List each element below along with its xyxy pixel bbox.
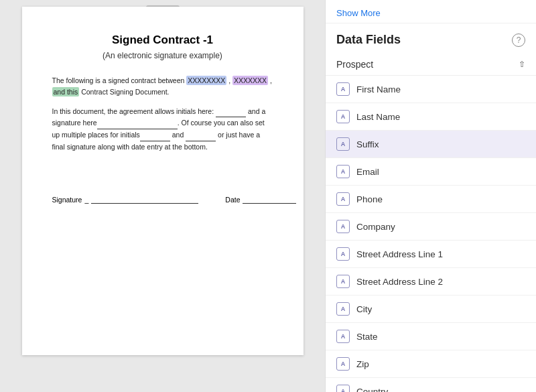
- field-type-icon: A: [336, 110, 350, 123]
- show-more-link[interactable]: Show More: [336, 8, 381, 18]
- signature-label: Signature: [52, 196, 82, 204]
- signature-underline[interactable]: [91, 193, 198, 204]
- initials-field-3[interactable]: [186, 129, 216, 141]
- para1-before: The following is a signed contract betwe…: [52, 76, 187, 84]
- field-item-country[interactable]: ACountry: [326, 378, 536, 392]
- field-label-suffix: Suffix: [356, 139, 379, 149]
- field-label-state: State: [356, 332, 378, 342]
- highlight-1: XXXXXXXX: [186, 76, 226, 85]
- field-label-street-address-1: Street Address Line 1: [356, 249, 443, 259]
- field-item-first-name[interactable]: AFirst Name: [326, 76, 536, 103]
- field-label-zip: Zip: [356, 359, 369, 369]
- fields-panel: Show More Data Fields ? Prospect ⇧ AFirs…: [325, 0, 536, 392]
- section-label: Prospect: [336, 59, 373, 70]
- paragraph-2: In this document, the agreement allows i…: [52, 106, 273, 153]
- initials-field-2[interactable]: [140, 129, 170, 141]
- field-type-icon: A: [336, 137, 350, 151]
- date-label: Date: [225, 196, 240, 204]
- field-label-company: Company: [356, 222, 395, 232]
- field-type-icon: A: [336, 165, 350, 178]
- date-line: Date: [225, 193, 296, 204]
- field-item-company[interactable]: ACompany: [326, 213, 536, 241]
- para1-middle: ,: [226, 76, 232, 84]
- field-type-icon: A: [336, 385, 350, 392]
- field-item-street-address-1[interactable]: AStreet Address Line 1: [326, 241, 536, 268]
- signature-field-1[interactable]: [97, 117, 178, 129]
- signature-section: Signature_ Date: [52, 193, 273, 204]
- field-item-suffix[interactable]: ASuffix: [326, 131, 536, 158]
- field-label-street-address-2: Street Address Line 2: [356, 277, 443, 287]
- field-type-icon: A: [336, 330, 350, 343]
- doc-title: Signed Contract -1: [52, 34, 273, 47]
- show-more-bar: Show More: [326, 0, 536, 23]
- highlight-2: XXXXXXX: [232, 76, 268, 85]
- signature-label-sep: _: [84, 196, 88, 204]
- field-label-first-name: First Name: [356, 84, 401, 94]
- field-type-icon: A: [336, 192, 350, 206]
- initials-field-1[interactable]: [216, 106, 246, 118]
- document-page: Signed Contract -1 (An electronic signat…: [22, 7, 304, 355]
- field-item-phone[interactable]: APhone: [326, 186, 536, 213]
- field-item-street-address-2[interactable]: AStreet Address Line 2: [326, 268, 536, 296]
- field-item-last-name[interactable]: ALast Name: [326, 103, 536, 131]
- fields-header: Data Fields ?: [326, 23, 536, 54]
- field-label-country: Country: [356, 387, 388, 393]
- para1-end: Contract Signing Document.: [79, 88, 169, 96]
- field-item-email[interactable]: AEmail: [326, 158, 536, 186]
- paragraph-1: The following is a signed contract betwe…: [52, 75, 273, 98]
- field-item-zip[interactable]: AZip: [326, 350, 536, 378]
- field-label-city: City: [356, 304, 372, 314]
- field-type-icon: A: [336, 302, 350, 316]
- field-type-icon: A: [336, 275, 350, 288]
- doc-body: The following is a signed contract betwe…: [52, 75, 273, 153]
- document-panel: Signed Contract -1 (An electronic signat…: [0, 0, 325, 392]
- field-type-icon: A: [336, 357, 350, 371]
- fields-title: Data Fields: [336, 33, 401, 47]
- field-label-phone: Phone: [356, 194, 383, 204]
- field-label-email: Email: [356, 167, 379, 177]
- field-item-city[interactable]: ACity: [326, 296, 536, 323]
- fields-list: Prospect ⇧ AFirst NameALast NameASuffixA…: [326, 54, 536, 392]
- help-icon[interactable]: ?: [512, 34, 525, 47]
- para1-after: ,: [268, 76, 272, 84]
- date-underline[interactable]: [243, 193, 296, 204]
- chevron-up-icon: ⇧: [519, 60, 525, 69]
- field-type-icon: A: [336, 82, 350, 96]
- signature-line: Signature_: [52, 193, 199, 204]
- field-type-icon: A: [336, 247, 350, 261]
- field-item-state[interactable]: AState: [326, 323, 536, 350]
- fields-container: AFirst NameALast NameASuffixAEmailAPhone…: [326, 76, 536, 392]
- highlight-3: and this: [52, 87, 80, 96]
- prospect-section-header[interactable]: Prospect ⇧: [326, 54, 536, 76]
- field-label-last-name: Last Name: [356, 112, 400, 122]
- field-type-icon: A: [336, 220, 350, 233]
- doc-subtitle: (An electronic signature example): [52, 51, 273, 60]
